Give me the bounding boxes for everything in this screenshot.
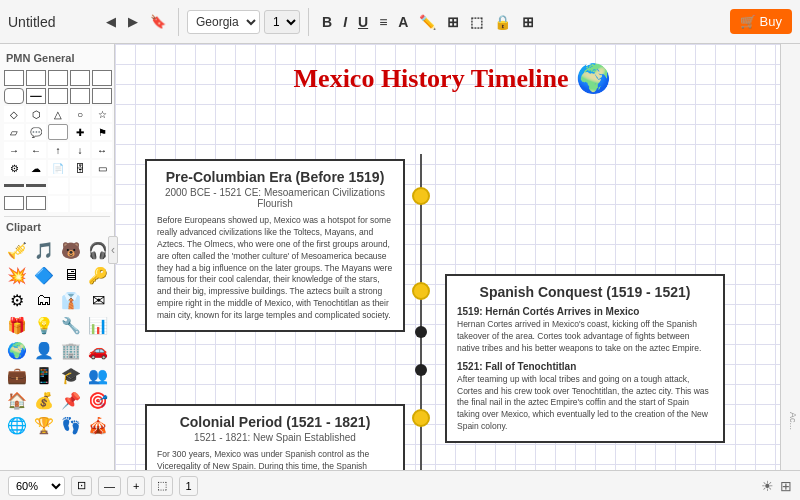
- shape-rect3[interactable]: [48, 70, 68, 86]
- zoom-out-button[interactable]: —: [98, 476, 121, 496]
- clipart-2[interactable]: 🎵: [33, 239, 55, 261]
- shape-button[interactable]: ⬚: [465, 11, 488, 33]
- shape-arrow-r[interactable]: →: [4, 142, 24, 158]
- clipart-27[interactable]: 📌: [60, 389, 82, 411]
- clipart-20[interactable]: 🚗: [87, 339, 109, 361]
- clipart-18[interactable]: 👤: [33, 339, 55, 361]
- panel-expand-arrow[interactable]: ‹: [108, 236, 118, 264]
- shape-star[interactable]: ☆: [92, 106, 112, 122]
- shape-cross[interactable]: ✚: [70, 124, 90, 140]
- pen-button[interactable]: ✏️: [414, 11, 441, 33]
- shape-callout[interactable]: 💬: [26, 124, 46, 140]
- shape-blank8[interactable]: [70, 196, 90, 212]
- shape-blank4[interactable]: [48, 178, 68, 194]
- clipart-15[interactable]: 🔧: [60, 314, 82, 336]
- shape-rounded[interactable]: [4, 88, 24, 104]
- grid-button[interactable]: ⊞: [517, 11, 539, 33]
- shape-parallelogram[interactable]: ▱: [4, 124, 24, 140]
- shape-doc[interactable]: 📄: [48, 160, 68, 176]
- shape-cylinder[interactable]: [48, 124, 68, 140]
- shape-rect4[interactable]: [70, 70, 90, 86]
- shape-blank9[interactable]: [92, 196, 112, 212]
- buy-button[interactable]: 🛒 Buy: [730, 9, 792, 34]
- bookmark-button[interactable]: 🔖: [146, 11, 170, 32]
- shape-arrow-u[interactable]: ↑: [48, 142, 68, 158]
- spanish-card[interactable]: Spanish Conquest (1519 - 1521) 1519: Her…: [445, 274, 725, 443]
- clipart-8[interactable]: 🔑: [87, 264, 109, 286]
- clipart-3[interactable]: 🐻: [60, 239, 82, 261]
- font-size-selector[interactable]: 12: [264, 10, 300, 34]
- list-button[interactable]: ≡: [374, 11, 392, 33]
- clipart-23[interactable]: 🎓: [60, 364, 82, 386]
- shape-db[interactable]: 🗄: [70, 160, 90, 176]
- clipart-7[interactable]: 🖥: [60, 264, 82, 286]
- clipart-28[interactable]: 🎯: [87, 389, 109, 411]
- zoom-selector[interactable]: 60% 25% 50% 75% 100% 150% 200%: [8, 476, 65, 496]
- shape-rect[interactable]: [4, 70, 24, 86]
- shape-arrow-lr[interactable]: ↔: [92, 142, 112, 158]
- clipart-11[interactable]: 👔: [60, 289, 82, 311]
- shape-rect5[interactable]: [92, 70, 112, 86]
- clipart-26[interactable]: 💰: [33, 389, 55, 411]
- shape-minus[interactable]: ─: [26, 88, 46, 104]
- clipart-5[interactable]: 💥: [6, 264, 28, 286]
- shape-diamond[interactable]: ◇: [4, 106, 24, 122]
- shape-rect2[interactable]: [26, 70, 46, 86]
- table-insert-button[interactable]: ⊞: [442, 11, 464, 33]
- text-color-button[interactable]: A: [393, 11, 413, 33]
- clipart-16[interactable]: 📊: [87, 314, 109, 336]
- clipart-25[interactable]: 🏠: [6, 389, 28, 411]
- precolumbian-card[interactable]: Pre-Columbian Era (Before 1519) 2000 BCE…: [145, 159, 405, 332]
- clipart-21[interactable]: 💼: [6, 364, 28, 386]
- fit-page-button[interactable]: ⊡: [71, 476, 92, 496]
- grid-toggle-icon[interactable]: ⊞: [780, 478, 792, 494]
- shape-blank5[interactable]: [70, 178, 90, 194]
- clipart-1[interactable]: 🎺: [6, 239, 28, 261]
- zoom-in-button[interactable]: +: [127, 476, 145, 496]
- shape-blank7[interactable]: [48, 196, 68, 212]
- brightness-icon[interactable]: ☀: [761, 478, 774, 494]
- clipart-9[interactable]: ⚙: [6, 289, 28, 311]
- clipart-14[interactable]: 💡: [33, 314, 55, 336]
- shape-cloud[interactable]: ☁: [26, 160, 46, 176]
- shape-rect-tall[interactable]: [4, 196, 24, 210]
- shape-bar2[interactable]: [26, 184, 46, 187]
- clipart-17[interactable]: 🌍: [6, 339, 28, 361]
- shape-arrow-l[interactable]: ←: [26, 142, 46, 158]
- colonial-card[interactable]: Colonial Period (1521 - 1821) 1521 - 182…: [145, 404, 405, 470]
- page-1-button[interactable]: 1: [179, 476, 197, 496]
- clipart-22[interactable]: 📱: [33, 364, 55, 386]
- shape-flag[interactable]: ⚑: [92, 124, 112, 140]
- clipart-13[interactable]: 🎁: [6, 314, 28, 336]
- forward-button[interactable]: ▶: [124, 11, 142, 32]
- shape-circle[interactable]: ○: [70, 106, 90, 122]
- shape-hexagon[interactable]: ⬡: [26, 106, 46, 122]
- clipart-19[interactable]: 🏢: [60, 339, 82, 361]
- clipart-12[interactable]: ✉: [87, 289, 109, 311]
- clipart-30[interactable]: 🏆: [33, 414, 55, 436]
- back-button[interactable]: ◀: [102, 11, 120, 32]
- lock-button[interactable]: 🔒: [489, 11, 516, 33]
- clipart-10[interactable]: 🗂: [33, 289, 55, 311]
- clipart-6[interactable]: 🔷: [33, 264, 55, 286]
- clipart-24[interactable]: 👥: [87, 364, 109, 386]
- shape-blank2[interactable]: [70, 88, 90, 104]
- italic-button[interactable]: I: [338, 11, 352, 33]
- underline-button[interactable]: U: [353, 11, 373, 33]
- canvas-area[interactable]: Mexico History Timeline 🌍 Pre-Columbian …: [115, 44, 780, 470]
- shape-process[interactable]: ▭: [92, 160, 112, 176]
- clipart-31[interactable]: 👣: [60, 414, 82, 436]
- shape-blank6[interactable]: [92, 178, 112, 194]
- shape-arrow-d[interactable]: ↓: [70, 142, 90, 158]
- shape-gear[interactable]: ⚙: [4, 160, 24, 176]
- clipart-4[interactable]: 🎧: [87, 239, 109, 261]
- clipart-32[interactable]: 🎪: [87, 414, 109, 436]
- clipart-29[interactable]: 🌐: [6, 414, 28, 436]
- font-selector[interactable]: Georgia: [187, 10, 260, 34]
- shape-tri[interactable]: △: [48, 106, 68, 122]
- shape-bar1[interactable]: [4, 184, 24, 187]
- shape-rect-wide[interactable]: [26, 196, 46, 210]
- page-nav-button[interactable]: ⬚: [151, 476, 173, 496]
- shape-blank[interactable]: [48, 88, 68, 104]
- bold-button[interactable]: B: [317, 11, 337, 33]
